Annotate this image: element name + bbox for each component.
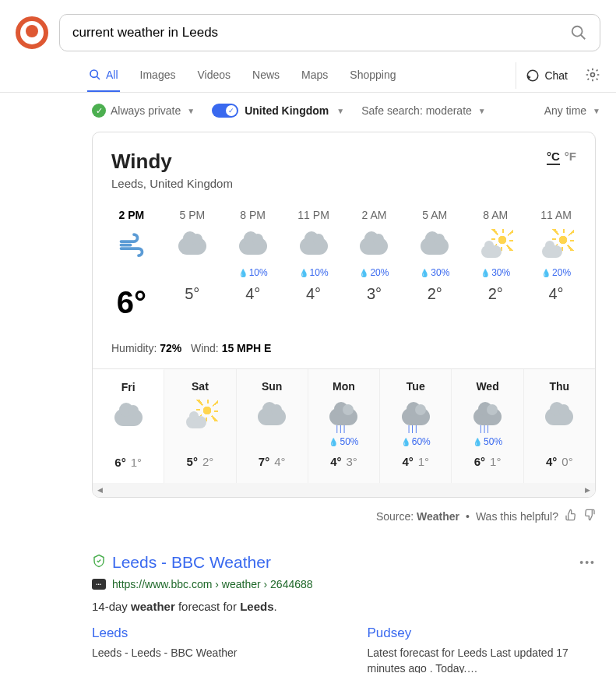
hourly-slot[interactable]: 11 PM 💧10% 4°	[284, 209, 343, 320]
hourly-slot[interactable]: 2 PM 6°	[102, 209, 161, 320]
tab-videos[interactable]: Videos	[195, 59, 232, 92]
daily-slot[interactable]: Sat 5°2°	[164, 369, 236, 483]
hour-temp: 2°	[488, 285, 503, 303]
hour-temp: 4°	[245, 285, 260, 303]
daily-slot[interactable]: Mon ||| 💧50% 4°3°	[308, 369, 380, 483]
precipitation	[167, 436, 232, 447]
low-temp: 1°	[490, 455, 501, 468]
favicon: •••	[92, 579, 106, 590]
weather-location: Leeds, United Kingdom	[111, 177, 576, 190]
day-name: Fri	[96, 381, 160, 393]
sun-icon	[480, 231, 511, 262]
hourly-slot[interactable]: 11 AM 💧20% 4°	[526, 209, 586, 320]
svg-line-3	[97, 76, 100, 79]
day-name: Sun	[240, 380, 304, 393]
scrollbar[interactable]	[93, 483, 595, 497]
precipitation	[527, 436, 592, 447]
high-temp: 4°	[546, 455, 557, 468]
weather-condition: Windy	[111, 150, 576, 174]
check-icon: ✓	[92, 104, 106, 118]
hourly-slot[interactable]: 8 AM 💧30% 2°	[466, 209, 525, 320]
sitelink: Leeds Leeds - Leeds - BBC Weather	[92, 625, 321, 673]
chat-button[interactable]: Chat	[516, 62, 577, 89]
daily-slot[interactable]: Wed ||| 💧50% 6°1°	[452, 369, 523, 483]
chevron-down-icon: ▼	[336, 107, 344, 115]
hourly-slot[interactable]: 8 PM 💧10% 4°	[224, 209, 283, 320]
thumbs-up-icon[interactable]	[565, 509, 577, 523]
daily-slot[interactable]: Tue ||| 💧60% 4°1°	[380, 369, 452, 483]
hourly-slot[interactable]: 5 AM 💧30% 2°	[405, 209, 464, 320]
weather-card: Windy Leeds, United Kingdom °C°F 2 PM 6°…	[92, 132, 596, 498]
toggle-switch-icon[interactable]	[212, 104, 238, 118]
sitelink: Pudsey Latest forecast for Leeds Last up…	[368, 625, 597, 673]
shield-icon	[92, 554, 106, 572]
cloud-icon	[178, 231, 206, 262]
sun-icon	[540, 231, 572, 262]
search-icon	[89, 69, 101, 81]
rain-icon: |||	[383, 402, 448, 432]
safe-search-filter[interactable]: Safe search: moderate ▼	[361, 104, 486, 117]
svg-point-5	[591, 72, 595, 76]
hour-temp: 4°	[549, 285, 564, 303]
time-filter[interactable]: Any time ▼	[544, 104, 600, 117]
cloud-icon	[527, 402, 592, 432]
tab-images[interactable]: Images	[139, 59, 178, 92]
high-temp: 6°	[474, 455, 485, 468]
low-temp: 2°	[202, 455, 213, 468]
precipitation	[240, 436, 304, 447]
hour-temp: 2°	[428, 285, 442, 303]
chevron-down-icon: ▼	[478, 107, 486, 115]
daily-slot[interactable]: Thu 4°0°	[524, 369, 595, 483]
tab-news[interactable]: News	[251, 59, 281, 92]
cloud-icon	[421, 231, 449, 262]
search-input[interactable]	[72, 25, 570, 41]
privacy-indicator[interactable]: ✓ Always private ▼	[92, 104, 195, 118]
precipitation: 💧10%	[238, 266, 268, 279]
hourly-slot[interactable]: 5 PM 5°	[163, 209, 222, 320]
daily-slot[interactable]: Sun 7°4°	[237, 369, 308, 483]
wind-icon	[114, 231, 149, 262]
duckduckgo-logo[interactable]	[16, 16, 48, 49]
search-box[interactable]	[59, 14, 600, 51]
partly-icon	[167, 402, 232, 432]
tab-shopping[interactable]: Shopping	[348, 59, 397, 92]
result-url[interactable]: ••• https://www.bbc.com › weather › 2644…	[92, 578, 596, 590]
chat-icon	[526, 69, 540, 83]
tab-all[interactable]: All	[87, 59, 120, 92]
thumbs-down-icon[interactable]	[583, 509, 596, 523]
unit-toggle[interactable]: °C°F	[547, 150, 576, 163]
low-temp: 3°	[346, 455, 357, 468]
sitelink-title[interactable]: Leeds	[92, 625, 321, 641]
low-temp: 0°	[561, 455, 572, 468]
precipitation: 💧30%	[480, 266, 510, 279]
settings-icon[interactable]	[585, 67, 600, 85]
region-toggle[interactable]: United Kingdom ▼	[212, 104, 344, 118]
low-temp: 1°	[131, 456, 142, 469]
svg-point-0	[572, 26, 583, 37]
svg-line-1	[581, 35, 586, 40]
tab-maps[interactable]: Maps	[300, 59, 329, 92]
precipitation: 💧20%	[541, 266, 571, 279]
cloud-icon	[240, 402, 304, 432]
result-title[interactable]: Leeds - BBC Weather	[92, 553, 596, 572]
search-icon[interactable]	[570, 24, 587, 41]
high-temp: 7°	[259, 455, 269, 468]
cloud-icon	[300, 231, 328, 262]
sitelink-title[interactable]: Pudsey	[368, 625, 597, 641]
source-attribution: Source: Weather • Was this helpful?	[92, 509, 596, 523]
hourly-slot[interactable]: 2 AM 💧20% 3°	[345, 209, 404, 320]
precipitation: 💧60%	[383, 436, 448, 447]
result-menu-icon[interactable]: •••	[579, 556, 596, 569]
day-name: Thu	[527, 380, 592, 393]
search-result: ••• Leeds - BBC Weather ••• https://www.…	[92, 553, 596, 673]
hour-temp: 6°	[117, 285, 146, 320]
result-snippet: 14-day weather forecast for Leeds.	[92, 600, 596, 613]
chevron-down-icon: ▼	[187, 107, 195, 115]
cloud-icon	[239, 231, 267, 262]
hour-time: 11 PM	[297, 209, 329, 221]
day-name: Wed	[455, 380, 519, 393]
precipitation	[96, 437, 160, 448]
hour-temp: 4°	[306, 285, 321, 303]
daily-slot[interactable]: Fri 6°1°	[93, 369, 164, 483]
precipitation: 💧30%	[420, 266, 449, 279]
